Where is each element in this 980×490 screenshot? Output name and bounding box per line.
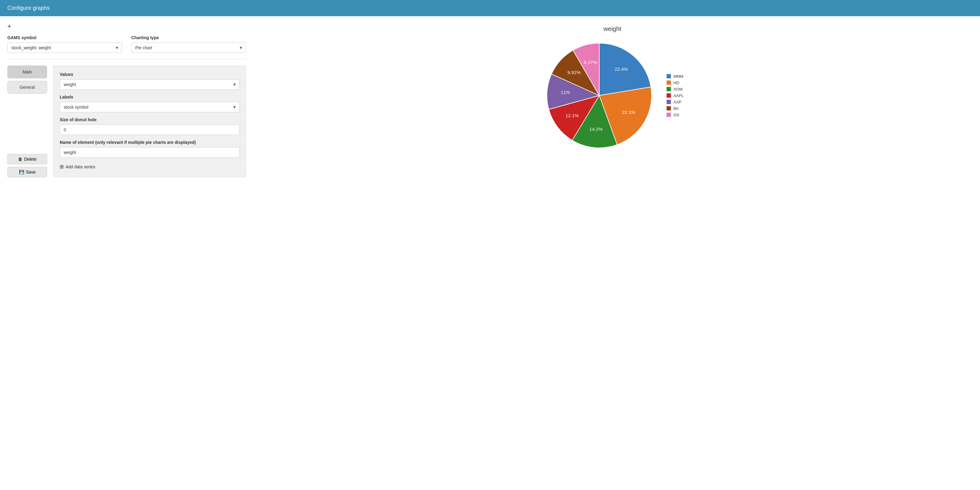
app-container: Configure graphs + GAMS symbol stock_wei… <box>0 0 980 490</box>
values-select[interactable]: weight <box>60 79 240 90</box>
legend-color-box <box>667 87 671 91</box>
gams-symbol-label: GAMS symbol <box>7 35 122 40</box>
tab-general[interactable]: General <box>7 81 47 94</box>
legend-color-box <box>667 74 671 78</box>
pie-chart: 22.4%22.1%14.2%12.1%11%9.92%8.37% <box>541 37 657 154</box>
legend-label: HD <box>673 81 679 85</box>
gams-symbol-group: GAMS symbol stock_weight: weight ▼ <box>7 35 122 53</box>
legend-item: AXP <box>667 100 683 104</box>
element-name-label: Name of element (only relevant if multip… <box>60 140 240 145</box>
config-form: Values weight ▼ Labels stock symbol <box>53 65 246 177</box>
donut-hole-input[interactable] <box>60 124 240 135</box>
config-area: Main General 🗑 Delete 💾 Save <box>7 65 246 177</box>
tab-buttons: Main General <box>7 65 47 105</box>
values-field-group: Values weight ▼ <box>60 72 240 90</box>
chart-area: 22.4%22.1%14.2%12.1%11%9.92%8.37% MMMHDX… <box>541 37 683 154</box>
donut-hole-label: Size of donut hole <box>60 117 240 122</box>
left-panel: + GAMS symbol stock_weight: weight ▼ Cha… <box>7 22 246 177</box>
svg-text:9.92%: 9.92% <box>568 70 581 75</box>
legend-color-box <box>667 81 671 85</box>
svg-text:12.1%: 12.1% <box>566 113 579 118</box>
add-series-button[interactable]: ⊞ Add data series <box>60 162 95 171</box>
legend-color-box <box>667 113 671 117</box>
values-select-wrapper: weight ▼ <box>60 79 240 90</box>
header: Configure graphs <box>0 0 980 16</box>
legend-item: GS <box>667 113 683 117</box>
save-label: Save <box>26 170 36 175</box>
charting-type-label: Charting type <box>131 35 246 40</box>
gams-symbol-select-wrapper: stock_weight: weight ▼ <box>7 43 122 53</box>
legend-item: MMM <box>667 74 683 79</box>
header-title: Configure graphs <box>7 5 49 11</box>
pie-svg: 22.4%22.1%14.2%12.1%11%9.92%8.37% <box>541 37 657 154</box>
charting-type-select[interactable]: Pie chart Bar chart Line chart <box>131 43 246 53</box>
legend-color-box <box>667 93 671 98</box>
legend-item: XOM <box>667 87 683 92</box>
gams-symbol-select[interactable]: stock_weight: weight <box>7 43 122 53</box>
legend-label: BA <box>673 106 679 111</box>
legend-item: HD <box>667 81 683 85</box>
svg-text:22.4%: 22.4% <box>615 67 628 72</box>
add-series-label: Add data series <box>65 164 95 169</box>
charting-type-group: Charting type Pie chart Bar chart Line c… <box>131 35 246 53</box>
charting-type-select-wrapper: Pie chart Bar chart Line chart ▼ <box>131 43 246 53</box>
legend-item: BA <box>667 106 683 111</box>
add-button-row: + <box>7 22 246 30</box>
add-icon[interactable]: + <box>7 22 11 30</box>
save-icon: 💾 <box>19 170 24 175</box>
trash-icon: 🗑 <box>18 157 22 162</box>
svg-text:11%: 11% <box>561 90 570 95</box>
legend-item: AAPL <box>667 93 683 98</box>
main-content: + GAMS symbol stock_weight: weight ▼ Cha… <box>0 16 980 183</box>
legend-label: MMM <box>673 74 683 79</box>
right-panel: weight 22.4%22.1%14.2%12.1%11%9.92%8.37%… <box>252 22 973 177</box>
labels-label: Labels <box>60 95 240 99</box>
save-button[interactable]: 💾 Save <box>7 167 47 177</box>
add-series-icon: ⊞ <box>60 164 64 170</box>
labels-field-group: Labels stock symbol ▼ <box>60 95 240 112</box>
divider <box>7 59 246 59</box>
chart-title: weight <box>603 25 621 32</box>
legend-color-box <box>667 106 671 110</box>
legend-color-box <box>667 100 671 104</box>
legend-label: GS <box>673 113 679 117</box>
chart-legend: MMMHDXOMAAPLAXPBAGS <box>667 74 683 117</box>
tab-and-action-col: Main General 🗑 Delete 💾 Save <box>7 65 47 177</box>
labels-select-wrapper: stock symbol ▼ <box>60 102 240 112</box>
svg-text:14.2%: 14.2% <box>589 126 603 132</box>
svg-text:8.37%: 8.37% <box>584 60 597 65</box>
legend-label: AAPL <box>673 93 683 98</box>
legend-label: XOM <box>673 87 682 92</box>
labels-select[interactable]: stock symbol <box>60 102 240 112</box>
delete-button[interactable]: 🗑 Delete <box>7 154 47 164</box>
legend-label: AXP <box>673 100 681 104</box>
element-name-input[interactable] <box>60 147 240 158</box>
values-label: Values <box>60 72 240 77</box>
tab-main[interactable]: Main <box>7 65 47 78</box>
action-buttons: 🗑 Delete 💾 Save <box>7 154 47 177</box>
symbol-type-row: GAMS symbol stock_weight: weight ▼ Chart… <box>7 35 246 53</box>
donut-hole-group: Size of donut hole <box>60 117 240 135</box>
svg-text:22.1%: 22.1% <box>622 110 635 115</box>
delete-label: Delete <box>24 157 37 162</box>
element-name-group: Name of element (only relevant if multip… <box>60 140 240 158</box>
